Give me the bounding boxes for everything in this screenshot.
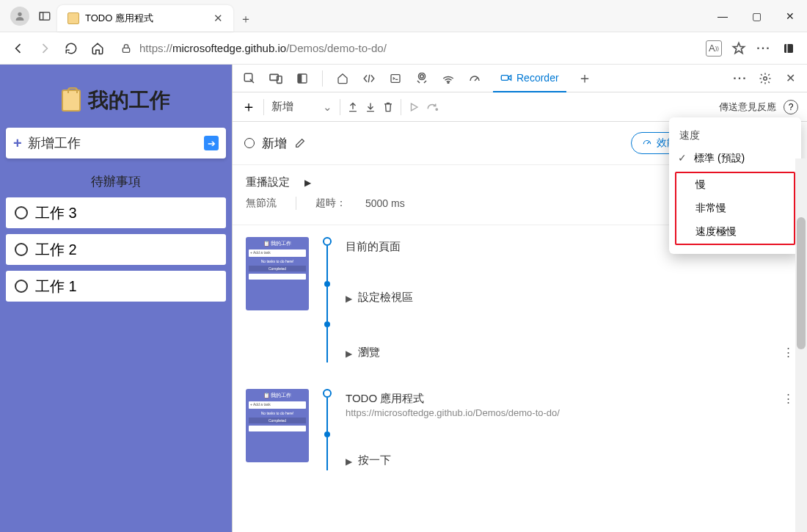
new-tab-button[interactable]: ＋ <box>233 7 258 32</box>
step-item[interactable]: TODO 應用程式⋮ https://microsoftedge.github.… <box>346 389 794 421</box>
more-menu-icon[interactable]: ··· <box>756 40 772 57</box>
forward-button <box>37 40 53 57</box>
svg-rect-11 <box>391 74 400 82</box>
devtools-more-icon[interactable]: ··· <box>732 70 748 87</box>
checkbox-icon[interactable] <box>15 280 28 293</box>
recording-name[interactable]: 新增 <box>262 135 287 152</box>
collections-icon[interactable] <box>781 40 797 57</box>
svg-rect-5 <box>786 44 788 53</box>
timeout-value: 5000 ms <box>365 197 405 209</box>
url-text: https://microsoftedge.github.io/Demos/de… <box>139 42 387 54</box>
record-status-icon <box>244 138 255 148</box>
svg-rect-1 <box>40 12 50 20</box>
recorder-icon <box>500 73 512 83</box>
maximize-button[interactable]: ▢ <box>740 0 773 32</box>
new-recording-icon[interactable]: ＋ <box>241 97 256 117</box>
browser-tab[interactable]: TODO 應用程式 ✕ <box>57 5 233 32</box>
steps-timeline: 📋 我的工作 + Add a task No tasks to do here!… <box>233 225 807 532</box>
step-thumbnail: 📋 我的工作 + Add a task No tasks to do here!… <box>246 237 309 310</box>
step-icon[interactable] <box>426 102 439 112</box>
step-more-icon[interactable]: ⋮ <box>783 392 794 406</box>
speed-option[interactable]: 速度極慢 <box>676 220 794 244</box>
refresh-button[interactable] <box>63 40 79 57</box>
svg-point-13 <box>448 82 449 84</box>
edit-icon[interactable] <box>294 137 306 149</box>
chevron-down-icon: ⌄ <box>323 101 332 114</box>
gauge-icon <box>642 138 652 148</box>
expand-icon[interactable]: ▶ <box>304 178 311 188</box>
task-item[interactable]: 工作 2 <box>6 234 226 265</box>
speed-options-highlight: 慢 非常慢 速度極慢 <box>675 172 795 245</box>
submit-icon[interactable]: ➔ <box>204 136 219 150</box>
svg-point-16 <box>436 108 437 109</box>
speed-option[interactable]: 慢 <box>676 173 794 197</box>
svg-point-15 <box>764 76 767 80</box>
welcome-tab-icon[interactable] <box>335 70 351 87</box>
delete-icon[interactable] <box>383 101 393 113</box>
step-item[interactable]: ▶按一下 <box>346 451 794 470</box>
sources-tab-icon[interactable] <box>414 70 430 87</box>
add-tab-icon[interactable]: ＋ <box>577 70 593 87</box>
devtools-tab-strip: Recorder ＋ ··· ✕ <box>233 65 807 92</box>
devtools-panel: Recorder ＋ ··· ✕ ＋ 新增 ⌄ 傳送意見反應 <box>232 65 807 532</box>
task-item[interactable]: 工作 1 <box>6 271 226 302</box>
svg-rect-10 <box>298 74 302 83</box>
plus-icon: + <box>13 135 22 152</box>
workspaces-icon[interactable] <box>38 10 51 23</box>
tab-title: TODO 應用程式 <box>85 12 153 25</box>
help-icon[interactable]: ? <box>784 100 798 114</box>
svg-rect-4 <box>784 44 793 53</box>
console-tab-icon[interactable] <box>387 70 404 87</box>
browser-titlebar: TODO 應用程式 ✕ ＋ ― ▢ ✕ <box>0 0 807 32</box>
back-button[interactable] <box>10 40 26 57</box>
step-item[interactable]: ▶瀏覽⋮ <box>346 343 794 362</box>
elements-tab-icon[interactable] <box>361 70 377 87</box>
add-task-input[interactable]: + 新增工作 ➔ <box>6 128 226 158</box>
devtools-close-icon[interactable]: ✕ <box>782 70 798 87</box>
timeout-label: 超時： <box>315 197 346 210</box>
svg-rect-2 <box>40 12 43 20</box>
step-more-icon[interactable]: ⋮ <box>783 346 794 359</box>
svg-rect-3 <box>123 48 129 52</box>
url-field[interactable]: https://microsoftedge.github.io/Demos/de… <box>120 42 387 54</box>
import-icon[interactable] <box>365 101 376 113</box>
dock-icon[interactable] <box>294 70 310 87</box>
network-tab-icon[interactable] <box>440 70 456 87</box>
step-thumbnail: 📋 我的工作 + Add a task No tasks to do here!… <box>246 389 309 462</box>
tab-close-icon[interactable]: ✕ <box>213 12 223 25</box>
device-toggle-icon[interactable] <box>268 70 284 87</box>
speed-menu-title: 速度 <box>669 125 801 147</box>
speed-option-default[interactable]: 標準 (預設) <box>669 147 801 170</box>
svg-point-12 <box>420 74 424 78</box>
checkbox-icon[interactable] <box>15 243 28 256</box>
replay-settings-label: 重播設定 <box>246 175 290 189</box>
recording-select[interactable]: 新增 ⌄ <box>271 100 332 114</box>
profile-icon[interactable] <box>10 7 29 26</box>
scrollbar[interactable] <box>795 158 807 532</box>
feedback-link[interactable]: 傳送意見反應 <box>719 101 776 114</box>
checkbox-icon[interactable] <box>15 206 28 219</box>
home-button[interactable] <box>90 40 106 57</box>
task-item[interactable]: 工作 3 <box>6 197 226 228</box>
inspect-icon[interactable] <box>241 70 258 87</box>
export-icon[interactable] <box>348 101 358 113</box>
step-item[interactable]: ▶設定檢視區 <box>346 288 794 307</box>
close-window-button[interactable]: ✕ <box>773 0 807 32</box>
app-title: 我的工作 <box>6 70 226 128</box>
svg-rect-14 <box>501 75 508 80</box>
read-aloud-icon[interactable]: A)) <box>706 40 722 57</box>
lock-icon <box>120 43 132 54</box>
minimize-button[interactable]: ― <box>706 0 740 32</box>
favorite-icon[interactable] <box>731 40 747 57</box>
address-bar: https://microsoftedge.github.io/Demos/de… <box>0 32 807 65</box>
svg-point-0 <box>18 12 21 15</box>
scrollbar-thumb[interactable] <box>797 217 806 349</box>
throttle-value: 無節流 <box>246 197 277 210</box>
clipboard-icon <box>62 90 81 112</box>
devtools-settings-icon[interactable] <box>757 70 773 87</box>
page-viewport: 我的工作 + 新增工作 ➔ 待辦事項 工作 3 工作 2 工作 1 <box>0 65 232 532</box>
recorder-tab[interactable]: Recorder <box>493 65 566 92</box>
performance-tab-icon[interactable] <box>467 70 483 87</box>
speed-option[interactable]: 非常慢 <box>676 197 794 220</box>
play-icon[interactable] <box>409 102 419 112</box>
